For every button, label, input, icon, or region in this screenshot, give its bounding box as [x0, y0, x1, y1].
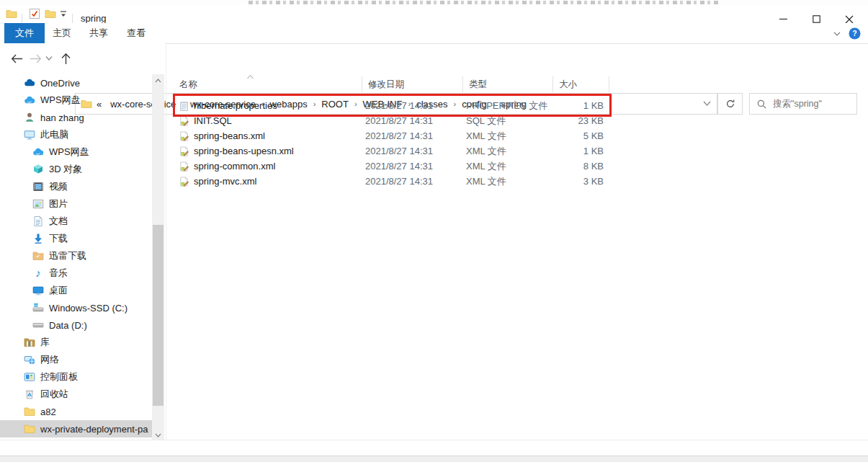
- file-row-spring-beans-upesn[interactable]: spring-beans-upesn.xml 2021/8/27 14:31 X…: [176, 143, 609, 159]
- ribbon-tab-bar: 文件 主页 共享 查看 ?: [0, 23, 868, 44]
- quick-access-check-icon[interactable]: [29, 8, 40, 19]
- file-size: 1 KB: [556, 100, 609, 111]
- file-type: SQL 文件: [466, 115, 556, 128]
- music-note-icon: ♪: [32, 267, 44, 279]
- search-input[interactable]: [771, 98, 854, 110]
- sidebar-item-network[interactable]: 网络: [0, 351, 152, 368]
- sidebar-item-label: han zhang: [40, 112, 84, 123]
- sidebar-item-wps-cloud[interactable]: WPS网盘: [0, 92, 152, 109]
- sidebar-item-thunder-downloads[interactable]: 迅雷下载: [0, 247, 152, 265]
- column-divider[interactable]: [362, 76, 362, 92]
- tab-share[interactable]: 共享: [81, 23, 117, 43]
- background-window-bottom-edge: [0, 456, 868, 462]
- file-row-hibernate-properties[interactable]: hibernate.properties 2021/8/27 14:31 PRO…: [176, 98, 609, 113]
- file-date: 2021/8/27 14:31: [365, 161, 466, 172]
- quick-access-toolbar-dropdown-icon[interactable]: [59, 11, 68, 18]
- column-header-date[interactable]: 修改日期: [365, 79, 466, 91]
- xml-file-icon: [179, 130, 189, 142]
- file-date: 2021/8/27 14:31: [365, 100, 466, 111]
- scrollbar-thumb[interactable]: [153, 225, 164, 406]
- forward-button[interactable]: [27, 50, 43, 66]
- user-icon: [24, 112, 35, 123]
- sidebar-item-downloads[interactable]: 下载: [0, 230, 152, 247]
- sidebar-item-this-pc[interactable]: 此电脑: [0, 126, 152, 143]
- wps-cloud-icon: [24, 94, 35, 106]
- sidebar-item-pictures[interactable]: 图片: [0, 195, 152, 213]
- background-clipped-text: [249, 1, 720, 4]
- navigation-bar: « wx-core-service › wx-core-service › we…: [0, 44, 868, 73]
- file-type: XML 文件: [466, 160, 556, 173]
- sidebar-item-documents[interactable]: 文档: [0, 213, 152, 230]
- file-row-spring-common[interactable]: spring-common.xml 2021/8/27 14:31 XML 文件…: [176, 159, 609, 174]
- computer-icon: [24, 129, 35, 141]
- status-bar: 6 个项目: [0, 440, 868, 456]
- file-size: 5 KB: [556, 130, 609, 141]
- sidebar-item-3d-objects[interactable]: 3D 对象: [0, 161, 152, 178]
- column-divider[interactable]: [552, 76, 553, 92]
- sidebar-item-label: Windows-SSD (C:): [49, 303, 127, 314]
- wps-cloud-icon: [32, 146, 44, 158]
- cube-icon: [32, 164, 44, 175]
- sidebar-item-wx-private-deployment[interactable]: wx-private-deployment-pa: [0, 420, 152, 437]
- file-type: PROPERTIES 文件: [466, 99, 556, 112]
- file-row-init-sql[interactable]: INIT.SQL 2021/8/27 14:31 SQL 文件 23 KB: [176, 113, 609, 128]
- sidebar-item-label: 控制面板: [40, 370, 78, 383]
- column-divider[interactable]: [462, 76, 463, 92]
- file-name: spring-common.xml: [194, 161, 275, 172]
- sidebar-item-control-panel[interactable]: 控制面板: [0, 368, 152, 386]
- library-icon: [24, 337, 35, 348]
- expand-ribbon-chevron-icon[interactable]: [832, 29, 842, 39]
- address-dropdown-chevron-icon[interactable]: [703, 100, 711, 107]
- sidebar-item-label: OneDrive: [40, 78, 80, 89]
- file-size: 8 KB: [556, 161, 609, 172]
- up-button[interactable]: [58, 50, 73, 66]
- recent-locations-chevron-icon[interactable]: [43, 50, 55, 66]
- divider: [166, 44, 166, 440]
- file-row-spring-mvc[interactable]: spring-mvc.xml 2021/8/27 14:31 XML 文件 3 …: [176, 174, 609, 189]
- tab-file[interactable]: 文件: [4, 23, 45, 43]
- sidebar-item-drive-d[interactable]: Data (D:): [0, 316, 152, 334]
- recycle-bin-icon: [24, 388, 35, 400]
- help-icon[interactable]: ?: [849, 27, 861, 40]
- back-button[interactable]: [9, 50, 24, 66]
- folder-icon: [6, 8, 17, 19]
- sidebar-item-user[interactable]: han zhang: [0, 109, 152, 126]
- file-row-spring-beans[interactable]: spring-beans.xml 2021/8/27 14:31 XML 文件 …: [176, 128, 609, 143]
- column-header-name[interactable]: 名称: [176, 79, 365, 91]
- sidebar-item-a82[interactable]: a82: [0, 403, 152, 420]
- sidebar-item-label: 文档: [49, 215, 68, 228]
- column-header-type[interactable]: 类型: [466, 79, 556, 91]
- desktop-icon: [32, 285, 44, 296]
- thunder-folder-icon: [32, 250, 44, 262]
- tab-home[interactable]: 主页: [45, 23, 79, 43]
- column-divider[interactable]: [609, 76, 609, 92]
- sidebar-item-onedrive[interactable]: OneDrive: [0, 74, 152, 92]
- xml-file-icon: [179, 176, 189, 187]
- sidebar-item-music[interactable]: ♪ 音乐: [0, 265, 152, 282]
- file-size: 23 KB: [556, 115, 609, 126]
- sidebar-item-recycle-bin[interactable]: 回收站: [0, 386, 152, 403]
- sidebar-item-label: WPS网盘: [49, 146, 89, 159]
- sidebar-item-label: a82: [40, 407, 56, 417]
- tab-view[interactable]: 查看: [118, 23, 154, 43]
- sidebar-item-label: 3D 对象: [49, 163, 82, 176]
- refresh-button[interactable]: [717, 93, 743, 115]
- xml-file-icon: [179, 146, 189, 157]
- document-icon: [32, 216, 44, 227]
- sidebar-item-label: wx-private-deployment-pa: [40, 424, 148, 435]
- file-type: XML 文件: [466, 130, 556, 143]
- sidebar-item-label: 网络: [40, 353, 59, 366]
- sidebar-item-label: 下载: [49, 232, 68, 245]
- sidebar-item-desktop[interactable]: 桌面: [0, 282, 152, 299]
- scroll-up-icon[interactable]: [152, 74, 164, 86]
- navigation-pane: OneDrive WPS网盘 han zhang 此电脑 WPS网盘 3D 对象…: [0, 74, 152, 441]
- file-size: 1 KB: [556, 146, 609, 156]
- file-date: 2021/8/27 14:31: [365, 146, 466, 156]
- sidebar-item-drive-c[interactable]: Windows-SSD (C:): [0, 299, 152, 316]
- column-header-size[interactable]: 大小: [556, 79, 609, 91]
- folder-icon[interactable]: [45, 8, 56, 19]
- sidebar-item-videos[interactable]: 视频: [0, 178, 152, 195]
- sidebar-item-wps-cloud-nested[interactable]: WPS网盘: [0, 143, 152, 161]
- sidebar-item-libraries[interactable]: 库: [0, 334, 152, 351]
- network-icon: [24, 354, 35, 365]
